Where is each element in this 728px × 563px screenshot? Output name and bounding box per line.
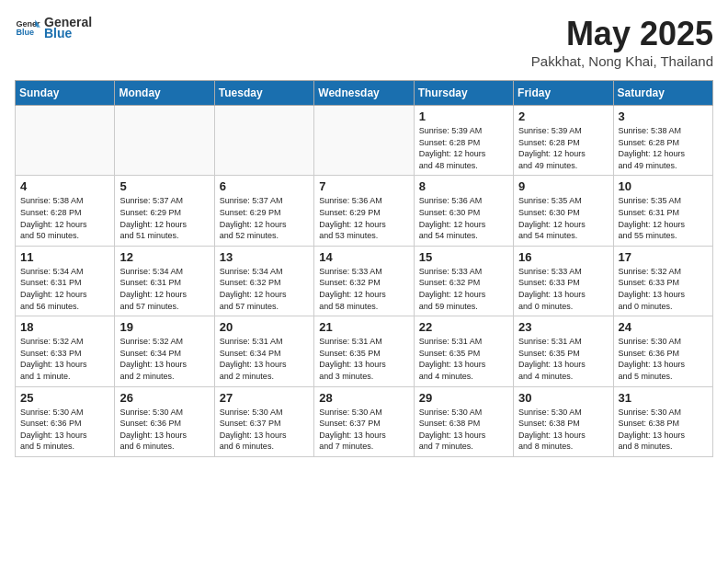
day-info: Sunrise: 5:39 AM Sunset: 6:28 PM Dayligh… bbox=[518, 125, 608, 171]
svg-text:Blue: Blue bbox=[16, 28, 34, 37]
calendar-cell: 8Sunrise: 5:36 AM Sunset: 6:30 PM Daylig… bbox=[414, 176, 513, 246]
calendar-cell: 4Sunrise: 5:38 AM Sunset: 6:28 PM Daylig… bbox=[16, 176, 115, 246]
day-number: 27 bbox=[220, 391, 309, 405]
day-info: Sunrise: 5:30 AM Sunset: 6:36 PM Dayligh… bbox=[119, 407, 209, 453]
calendar-cell: 13Sunrise: 5:34 AM Sunset: 6:32 PM Dayli… bbox=[214, 246, 313, 316]
day-number: 14 bbox=[319, 250, 408, 264]
calendar-cell: 9Sunrise: 5:35 AM Sunset: 6:30 PM Daylig… bbox=[514, 176, 613, 246]
day-number: 5 bbox=[119, 179, 209, 193]
day-info: Sunrise: 5:31 AM Sunset: 6:34 PM Dayligh… bbox=[220, 336, 309, 382]
calendar-cell: 15Sunrise: 5:33 AM Sunset: 6:32 PM Dayli… bbox=[414, 246, 513, 316]
calendar-cell: 29Sunrise: 5:30 AM Sunset: 6:38 PM Dayli… bbox=[414, 386, 513, 456]
day-info: Sunrise: 5:30 AM Sunset: 6:37 PM Dayligh… bbox=[319, 407, 408, 453]
logo: General Blue General Blue bbox=[15, 15, 92, 40]
day-info: Sunrise: 5:36 AM Sunset: 6:30 PM Dayligh… bbox=[419, 195, 508, 241]
day-info: Sunrise: 5:32 AM Sunset: 6:34 PM Dayligh… bbox=[119, 336, 209, 382]
month-year-title: May 2025 bbox=[531, 15, 713, 53]
logo-icon: General Blue bbox=[15, 15, 40, 40]
title-block: May 2025 Pakkhat, Nong Khai, Thailand bbox=[531, 15, 713, 69]
calendar-week-row: 1Sunrise: 5:39 AM Sunset: 6:28 PM Daylig… bbox=[16, 106, 713, 176]
day-info: Sunrise: 5:37 AM Sunset: 6:29 PM Dayligh… bbox=[119, 195, 209, 241]
calendar-table: SundayMondayTuesdayWednesdayThursdayFrid… bbox=[15, 80, 713, 457]
calendar-cell: 12Sunrise: 5:34 AM Sunset: 6:31 PM Dayli… bbox=[115, 246, 214, 316]
day-number: 26 bbox=[119, 391, 209, 405]
day-number: 11 bbox=[20, 250, 109, 264]
day-number: 25 bbox=[20, 391, 109, 405]
calendar-cell bbox=[115, 106, 214, 176]
day-number: 13 bbox=[220, 250, 309, 264]
day-number: 4 bbox=[20, 179, 109, 193]
day-number: 8 bbox=[419, 179, 508, 193]
day-number: 24 bbox=[619, 320, 708, 334]
day-number: 19 bbox=[119, 320, 209, 334]
day-number: 30 bbox=[518, 391, 608, 405]
calendar-cell: 18Sunrise: 5:32 AM Sunset: 6:33 PM Dayli… bbox=[16, 316, 115, 386]
day-number: 17 bbox=[619, 250, 708, 264]
day-of-week-header: Saturday bbox=[613, 81, 712, 106]
location-subtitle: Pakkhat, Nong Khai, Thailand bbox=[531, 53, 713, 69]
day-number: 18 bbox=[20, 320, 109, 334]
day-info: Sunrise: 5:35 AM Sunset: 6:30 PM Dayligh… bbox=[518, 195, 608, 241]
day-number: 6 bbox=[220, 179, 309, 193]
day-number: 9 bbox=[518, 179, 608, 193]
day-number: 28 bbox=[319, 391, 408, 405]
calendar-cell: 6Sunrise: 5:37 AM Sunset: 6:29 PM Daylig… bbox=[214, 176, 313, 246]
day-info: Sunrise: 5:32 AM Sunset: 6:33 PM Dayligh… bbox=[20, 336, 109, 382]
calendar-cell: 27Sunrise: 5:30 AM Sunset: 6:37 PM Dayli… bbox=[214, 386, 313, 456]
day-number: 23 bbox=[518, 320, 608, 334]
calendar-cell bbox=[16, 106, 115, 176]
day-info: Sunrise: 5:30 AM Sunset: 6:38 PM Dayligh… bbox=[518, 407, 608, 453]
calendar-cell: 24Sunrise: 5:30 AM Sunset: 6:36 PM Dayli… bbox=[613, 316, 712, 386]
day-number: 29 bbox=[419, 391, 508, 405]
day-info: Sunrise: 5:31 AM Sunset: 6:35 PM Dayligh… bbox=[419, 336, 508, 382]
calendar-cell: 7Sunrise: 5:36 AM Sunset: 6:29 PM Daylig… bbox=[314, 176, 414, 246]
day-info: Sunrise: 5:31 AM Sunset: 6:35 PM Dayligh… bbox=[518, 336, 608, 382]
calendar-week-row: 25Sunrise: 5:30 AM Sunset: 6:36 PM Dayli… bbox=[16, 386, 713, 456]
day-info: Sunrise: 5:30 AM Sunset: 6:36 PM Dayligh… bbox=[20, 407, 109, 453]
calendar-cell: 5Sunrise: 5:37 AM Sunset: 6:29 PM Daylig… bbox=[115, 176, 214, 246]
day-number: 20 bbox=[220, 320, 309, 334]
calendar-cell: 14Sunrise: 5:33 AM Sunset: 6:32 PM Dayli… bbox=[314, 246, 414, 316]
calendar-week-row: 4Sunrise: 5:38 AM Sunset: 6:28 PM Daylig… bbox=[16, 176, 713, 246]
calendar-week-row: 18Sunrise: 5:32 AM Sunset: 6:33 PM Dayli… bbox=[16, 316, 713, 386]
day-info: Sunrise: 5:33 AM Sunset: 6:32 PM Dayligh… bbox=[419, 266, 508, 312]
day-info: Sunrise: 5:34 AM Sunset: 6:32 PM Dayligh… bbox=[220, 266, 309, 312]
day-info: Sunrise: 5:33 AM Sunset: 6:32 PM Dayligh… bbox=[319, 266, 408, 312]
day-number: 31 bbox=[619, 391, 708, 405]
calendar-cell: 19Sunrise: 5:32 AM Sunset: 6:34 PM Dayli… bbox=[115, 316, 214, 386]
calendar-cell: 10Sunrise: 5:35 AM Sunset: 6:31 PM Dayli… bbox=[613, 176, 712, 246]
day-number: 21 bbox=[319, 320, 408, 334]
day-number: 7 bbox=[319, 179, 408, 193]
day-info: Sunrise: 5:39 AM Sunset: 6:28 PM Dayligh… bbox=[419, 125, 508, 171]
calendar-cell bbox=[214, 106, 313, 176]
day-number: 1 bbox=[419, 109, 508, 123]
day-info: Sunrise: 5:34 AM Sunset: 6:31 PM Dayligh… bbox=[20, 266, 109, 312]
day-info: Sunrise: 5:37 AM Sunset: 6:29 PM Dayligh… bbox=[220, 195, 309, 241]
day-info: Sunrise: 5:38 AM Sunset: 6:28 PM Dayligh… bbox=[619, 125, 708, 171]
day-of-week-header: Thursday bbox=[414, 81, 513, 106]
day-number: 12 bbox=[119, 250, 209, 264]
day-info: Sunrise: 5:30 AM Sunset: 6:38 PM Dayligh… bbox=[419, 407, 508, 453]
day-of-week-header: Tuesday bbox=[214, 81, 313, 106]
calendar-week-row: 11Sunrise: 5:34 AM Sunset: 6:31 PM Dayli… bbox=[16, 246, 713, 316]
day-number: 10 bbox=[619, 179, 708, 193]
calendar-cell: 28Sunrise: 5:30 AM Sunset: 6:37 PM Dayli… bbox=[314, 386, 414, 456]
calendar-cell: 3Sunrise: 5:38 AM Sunset: 6:28 PM Daylig… bbox=[613, 106, 712, 176]
day-of-week-header: Friday bbox=[514, 81, 613, 106]
day-number: 2 bbox=[518, 109, 608, 123]
day-info: Sunrise: 5:38 AM Sunset: 6:28 PM Dayligh… bbox=[20, 195, 109, 241]
day-info: Sunrise: 5:30 AM Sunset: 6:37 PM Dayligh… bbox=[220, 407, 309, 453]
day-info: Sunrise: 5:32 AM Sunset: 6:33 PM Dayligh… bbox=[619, 266, 708, 312]
day-number: 3 bbox=[619, 109, 708, 123]
day-of-week-header: Monday bbox=[115, 81, 214, 106]
day-info: Sunrise: 5:36 AM Sunset: 6:29 PM Dayligh… bbox=[319, 195, 408, 241]
calendar-cell: 20Sunrise: 5:31 AM Sunset: 6:34 PM Dayli… bbox=[214, 316, 313, 386]
calendar-cell: 16Sunrise: 5:33 AM Sunset: 6:33 PM Dayli… bbox=[514, 246, 613, 316]
calendar-cell: 17Sunrise: 5:32 AM Sunset: 6:33 PM Dayli… bbox=[613, 246, 712, 316]
calendar-cell: 23Sunrise: 5:31 AM Sunset: 6:35 PM Dayli… bbox=[514, 316, 613, 386]
day-info: Sunrise: 5:31 AM Sunset: 6:35 PM Dayligh… bbox=[319, 336, 408, 382]
calendar-cell: 1Sunrise: 5:39 AM Sunset: 6:28 PM Daylig… bbox=[414, 106, 513, 176]
calendar-cell: 21Sunrise: 5:31 AM Sunset: 6:35 PM Dayli… bbox=[314, 316, 414, 386]
day-info: Sunrise: 5:30 AM Sunset: 6:38 PM Dayligh… bbox=[619, 407, 708, 453]
day-number: 15 bbox=[419, 250, 508, 264]
